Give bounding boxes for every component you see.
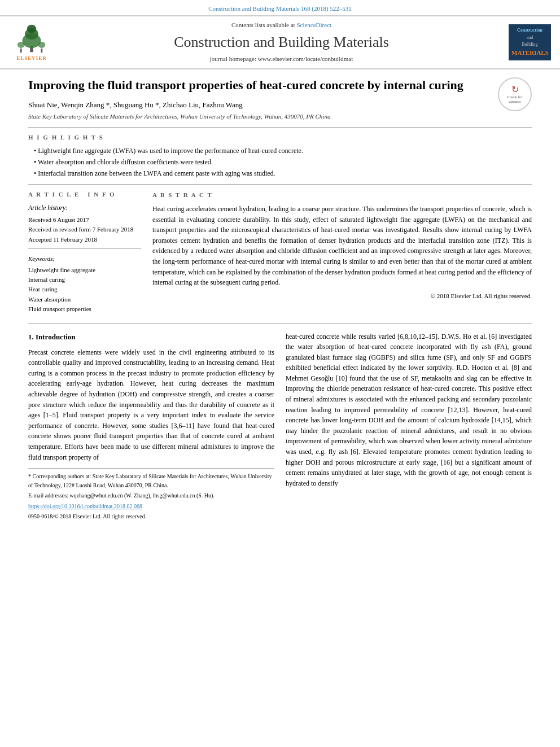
highlights-label: H I G H L I G H T S	[28, 133, 532, 142]
abstract-text: Heat curing accelerates cement hydration…	[152, 204, 532, 288]
keywords-block: Keywords: Lightweight fine aggregate Int…	[28, 255, 141, 313]
history-label: Article history:	[28, 203, 141, 212]
intro-text-left: Precast concrete elements were widely us…	[28, 347, 274, 463]
sciencedirect-link[interactable]: ScienceDirect	[296, 21, 331, 28]
elsevier-wordmark: ELSEVIER	[16, 55, 47, 62]
article-content: Improving the fluid transport properties…	[0, 69, 560, 323]
sciencedirect-text: Contents lists available at ScienceDirec…	[60, 21, 503, 29]
copyright-notice: © 2018 Elsevier Ltd. All rights reserved…	[152, 291, 532, 301]
journal-cover-badge: Construction and Building MATERIALS	[509, 24, 551, 60]
highlights-list: Lightweight fine aggregate (LWFA) was us…	[28, 146, 532, 178]
divider-3	[28, 248, 141, 249]
svg-point-5	[38, 42, 45, 48]
article-info-block: A R T I C L E I N F O Article history: R…	[28, 190, 141, 315]
info-abstract-columns: A R T I C L E I N F O Article history: R…	[28, 190, 532, 315]
journal-title-block: Contents lists available at ScienceDirec…	[60, 21, 503, 63]
issn-notice: 0950-0618/© 2018 Elsevier Ltd. All right…	[28, 512, 274, 521]
keyword-2: Internal curing	[28, 276, 141, 284]
footnotes-block: * Corresponding authors at: State Key La…	[28, 468, 274, 521]
affiliation: State Key Laboratory of Silicate Materia…	[28, 112, 532, 121]
revised-date: Received in revised form 7 February 2018	[28, 225, 141, 234]
intro-text-right: heat-cured concrete while results varied…	[286, 331, 532, 489]
corresponding-author-note: * Corresponding authors at: State Key La…	[28, 472, 274, 490]
keyword-1: Lightweight fine aggregate	[28, 266, 141, 274]
accepted-date: Accepted 11 February 2018	[28, 235, 141, 244]
article-info-label: A R T I C L E I N F O	[28, 190, 141, 199]
keyword-3: Heat curing	[28, 285, 141, 294]
divider-2	[28, 184, 532, 185]
body-left-column: 1. Introduction Precast concrete element…	[28, 331, 274, 523]
highlight-item: Lightweight fine aggregate (LWFA) was us…	[34, 146, 532, 156]
keyword-5: Fluid transport properties	[28, 305, 141, 313]
abstract-block: A B S T R A C T Heat curing accelerates …	[152, 190, 532, 315]
highlight-item: Interfacial transition zone between the …	[34, 169, 532, 178]
journal-reference: Construction and Building Materials 168 …	[0, 0, 560, 15]
journal-homepage: journal homepage: www.elsevier.com/locat…	[60, 55, 503, 63]
svg-rect-6	[20, 49, 22, 53]
keyword-4: Water absorption	[28, 295, 141, 304]
svg-point-7	[18, 42, 25, 48]
article-body: 1. Introduction Precast concrete element…	[0, 324, 560, 528]
journal-header-bar: ELSEVIER Contents lists available at Sci…	[0, 15, 560, 69]
authors-list: Shuai Nie, Wenqin Zhang *, Shuguang Hu *…	[28, 100, 532, 110]
divider-1	[28, 127, 532, 128]
svg-rect-4	[41, 49, 43, 53]
elsevier-logo: ELSEVIER	[9, 23, 54, 62]
email-note: E-mail addresses: wqzhang@whut.edu.cn (W…	[28, 491, 274, 500]
received-date: Received 6 August 2017	[28, 216, 141, 224]
check-for-updates-badge: ↻ Check for updates	[498, 77, 532, 111]
body-right-column: heat-cured concrete while results varied…	[286, 331, 532, 523]
highlight-item: Water absorption and chloride diffusion …	[34, 158, 532, 167]
article-title: Improving the fluid transport properties…	[28, 77, 532, 94]
doi-link[interactable]: https://doi.org/10.1016/j.conbuildmat.20…	[28, 502, 274, 511]
abstract-label: A B S T R A C T	[152, 190, 532, 200]
journal-main-title: Construction and Building Materials	[60, 32, 503, 53]
intro-heading: 1. Introduction	[28, 331, 274, 343]
keywords-label: Keywords:	[28, 255, 141, 263]
svg-point-3	[27, 25, 37, 33]
